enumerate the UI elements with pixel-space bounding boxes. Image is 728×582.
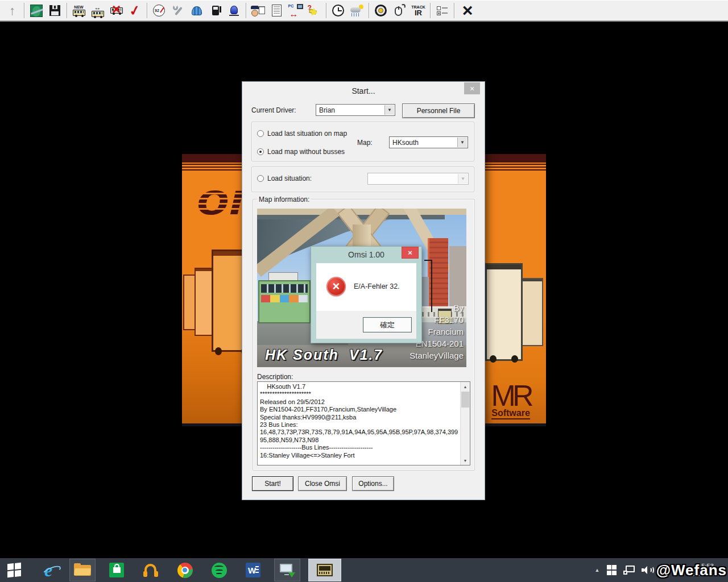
- time-clock-icon[interactable]: [329, 2, 347, 19]
- situation-dropdown-arrow: ▼: [458, 174, 468, 184]
- new-bus-icon[interactable]: NEW: [70, 2, 88, 19]
- close-omsi-button[interactable]: Close Omsi: [298, 476, 347, 491]
- personnel-file-button[interactable]: Personnel File: [402, 103, 475, 118]
- description-box[interactable]: HKsouth V1.7 ********************* Relea…: [257, 381, 470, 465]
- mr-software-logo: MR Software: [483, 383, 538, 419]
- taskbar-play-music[interactable]: [138, 559, 164, 581]
- situation-combobox: ▼: [367, 173, 469, 185]
- map-combobox[interactable]: HKsouth▼: [389, 136, 468, 148]
- taskbar-file-explorer[interactable]: [69, 559, 96, 581]
- weather-icon[interactable]: [348, 2, 366, 19]
- map-editor-icon[interactable]: [27, 2, 45, 19]
- gray-tower: [449, 246, 466, 306]
- error-close-button[interactable]: ×: [402, 247, 419, 259]
- map-title: HK South V1.7: [265, 347, 383, 363]
- description-text: HKsouth V1.7 ********************* Relea…: [260, 383, 458, 464]
- map-label: Map:: [357, 139, 373, 147]
- green-bus: [258, 280, 311, 323]
- current-driver-label: Current Driver:: [251, 106, 296, 114]
- error-icon: ×: [326, 277, 346, 296]
- tray-chevron-icon[interactable]: ▲: [595, 567, 600, 573]
- place-bus-icon[interactable]: ✓: [126, 2, 144, 19]
- error-footer: 確定: [316, 311, 416, 339]
- load-last-label: Load last situation on map: [267, 130, 347, 138]
- remove-bus-icon[interactable]: ×: [107, 2, 125, 19]
- load-situation-label: Load situation:: [267, 174, 312, 182]
- change-bus-icon[interactable]: ↔: [89, 2, 106, 19]
- error-message: E/A-Fehler 32.: [354, 282, 400, 290]
- taskbar-internet-explorer[interactable]: e: [35, 559, 61, 581]
- error-message-area: × E/A-Fehler 32.: [316, 263, 416, 311]
- pc-transfer-icon[interactable]: PC↔: [287, 2, 304, 19]
- up-arrow-icon[interactable]: ↑: [3, 2, 21, 19]
- load-situation-radio[interactable]: [257, 174, 264, 184]
- tray-network-icon[interactable]: [623, 566, 635, 575]
- description-label: Description:: [257, 373, 293, 381]
- trackir-icon[interactable]: TRACKIR: [410, 2, 427, 19]
- options-button[interactable]: Options...: [352, 476, 394, 491]
- timetable-icon[interactable]: [268, 2, 286, 19]
- dialog-close-button[interactable]: ×: [464, 82, 480, 94]
- load-map-radio[interactable]: [257, 147, 264, 157]
- tray-windows-icon[interactable]: [607, 565, 617, 575]
- error-ok-button[interactable]: 確定: [363, 317, 412, 332]
- close-program-icon[interactable]: ×: [457, 2, 478, 19]
- taskbar-omsi-installer[interactable]: [274, 559, 300, 581]
- view-options-icon[interactable]: ×: [433, 2, 451, 19]
- help-arrow-icon[interactable]: ?: [305, 2, 323, 19]
- save-icon[interactable]: [46, 2, 64, 19]
- taskbar-word[interactable]: W: [240, 559, 266, 581]
- tray-volume-icon[interactable]: [642, 566, 653, 575]
- main-toolbar: ↑ NEW ↔ × ✓ 92 PC↔ ? TRACKIR × ×: [0, 0, 728, 22]
- scroll-thumb[interactable]: [461, 392, 469, 408]
- scroll-up-button[interactable]: ▲: [461, 382, 470, 391]
- driver-combobox[interactable]: Brian▼: [316, 104, 395, 116]
- mouse-icon[interactable]: [391, 2, 408, 19]
- fuel-gauge-icon[interactable]: 92: [150, 2, 168, 19]
- start-button[interactable]: Start!: [252, 476, 293, 491]
- description-scrollbar[interactable]: ▲ ▼: [460, 382, 470, 465]
- map-dropdown-arrow[interactable]: ▼: [457, 138, 467, 147]
- watermark: @Wefans: [656, 562, 727, 579]
- taskbar: e W ▲ 英 15:536/12/2015 @Wefans: [0, 558, 728, 582]
- scroll-down-button[interactable]: ▼: [461, 456, 470, 465]
- load-map-label: Load map without busses: [267, 148, 345, 156]
- error-dialog: Omsi 1.00 × × E/A-Fehler 32. 確定: [311, 246, 422, 343]
- refuel-pump-icon[interactable]: [206, 2, 224, 19]
- system-tray: ▲ 英 15:536/12/2015 @Wefans: [595, 558, 728, 582]
- start-button[interactable]: [2, 559, 26, 581]
- taskbar-windows-store[interactable]: [104, 559, 130, 581]
- map-information-label: Map information:: [257, 196, 311, 203]
- personnel-icon[interactable]: [249, 2, 267, 19]
- driver-dropdown-arrow[interactable]: ▼: [384, 105, 394, 115]
- taskbar-spotify[interactable]: [206, 559, 232, 581]
- repair-wrench-icon[interactable]: [169, 2, 187, 19]
- steering-wheel-icon[interactable]: [372, 2, 390, 19]
- load-last-radio[interactable]: [257, 129, 264, 139]
- dialog-title: Start...: [242, 86, 485, 95]
- taskbar-omsi-running[interactable]: [308, 559, 341, 581]
- taskbar-chrome[interactable]: [172, 559, 198, 581]
- signal-lamp-icon[interactable]: [225, 2, 243, 19]
- curtain-icon[interactable]: [188, 2, 205, 19]
